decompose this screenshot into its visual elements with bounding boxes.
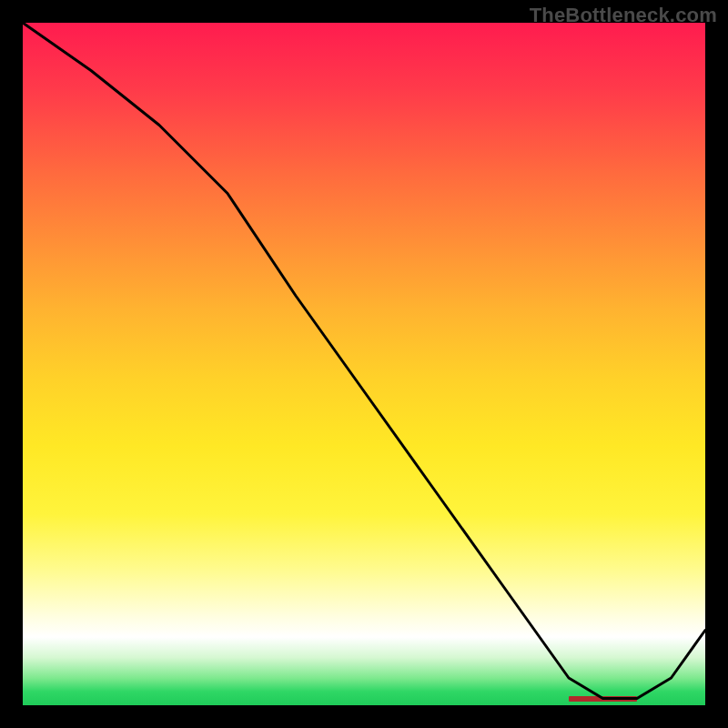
chart-line xyxy=(23,23,705,705)
watermark-text: TheBottleneck.com xyxy=(530,4,717,27)
chart-line-path xyxy=(23,23,705,699)
plot-area xyxy=(23,23,705,705)
chart-frame xyxy=(23,23,705,705)
